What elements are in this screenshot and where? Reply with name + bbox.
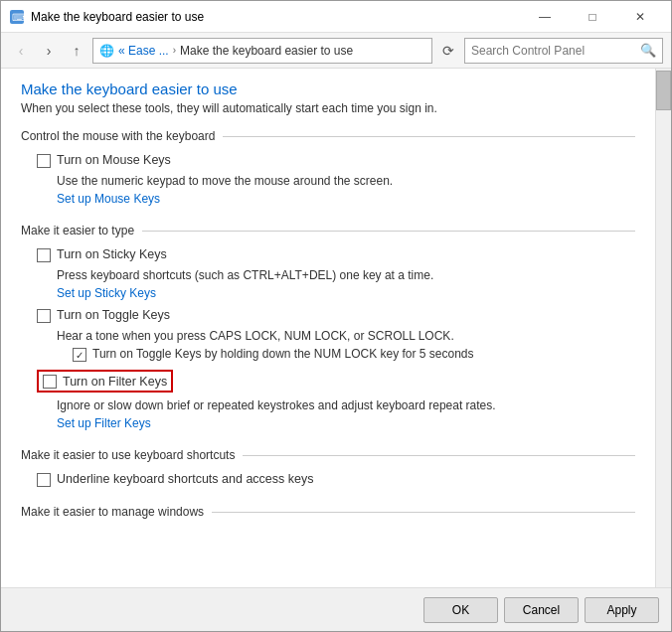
- toggle-keys-option: Turn on Toggle Keys: [21, 308, 635, 323]
- title-bar-buttons: — □ ✕: [522, 4, 663, 30]
- forward-button[interactable]: ›: [37, 39, 61, 63]
- ok-button[interactable]: OK: [423, 597, 498, 623]
- svg-text:⌨: ⌨: [12, 12, 25, 23]
- title-bar-left: ⌨ Make the keyboard easier to use: [9, 9, 204, 25]
- underline-checkbox[interactable]: [37, 473, 51, 487]
- toggle-sub-option: Turn on Toggle Keys by holding down the …: [21, 347, 635, 362]
- filter-keys-highlight: Turn on Filter Keys: [37, 370, 173, 393]
- mouse-section: Control the mouse with the keyboard Turn…: [21, 129, 635, 206]
- nav-bar: ‹ › ↑ 🌐 « Ease ... › Make the keyboard e…: [1, 33, 671, 69]
- mouse-keys-checkbox[interactable]: [37, 154, 51, 168]
- filter-keys-checkbox[interactable]: [43, 375, 57, 389]
- apply-button[interactable]: Apply: [585, 597, 659, 623]
- mouse-section-header: Control the mouse with the keyboard: [21, 129, 635, 143]
- mouse-keys-option: Turn on Mouse Keys: [21, 153, 635, 168]
- bottom-bar: OK Cancel Apply: [1, 587, 671, 631]
- shortcuts-section: Make it easier to use keyboard shortcuts…: [21, 448, 635, 487]
- shortcuts-section-header: Make it easier to use keyboard shortcuts: [21, 448, 635, 462]
- filter-keys-desc: Ignore or slow down brief or repeated ke…: [21, 398, 635, 412]
- toggle-numlock-label: Turn on Toggle Keys by holding down the …: [92, 347, 474, 361]
- refresh-button[interactable]: ⟳: [436, 39, 460, 63]
- underline-label: Underline keyboard shortcuts and access …: [57, 472, 313, 486]
- window-icon: ⌨: [9, 9, 25, 25]
- title-bar: ⌨ Make the keyboard easier to use — □ ✕: [1, 1, 671, 33]
- close-button[interactable]: ✕: [617, 4, 663, 30]
- breadcrumb-separator: ›: [173, 45, 176, 56]
- search-icon[interactable]: 🔍: [640, 43, 656, 58]
- search-bar: 🔍: [464, 38, 663, 64]
- setup-sticky-keys-link[interactable]: Set up Sticky Keys: [21, 286, 635, 300]
- breadcrumb-icon: 🌐: [99, 44, 114, 58]
- back-button[interactable]: ‹: [9, 39, 33, 63]
- content-area: Make the keyboard easier to use When you…: [1, 69, 671, 587]
- breadcrumb-current: Make the keyboard easier to use: [180, 44, 353, 58]
- setup-filter-keys-link[interactable]: Set up Filter Keys: [21, 416, 635, 430]
- breadcrumb-ease[interactable]: « Ease ...: [118, 44, 169, 58]
- type-section: Make it easier to type Turn on Sticky Ke…: [21, 224, 635, 430]
- sticky-keys-label: Turn on Sticky Keys: [57, 247, 167, 261]
- scrollbar[interactable]: [655, 69, 671, 587]
- main-content: Make the keyboard easier to use When you…: [1, 69, 655, 587]
- search-input[interactable]: [471, 44, 640, 58]
- windows-section-header: Make it easier to manage windows: [21, 505, 635, 519]
- sticky-keys-checkbox[interactable]: [37, 248, 51, 262]
- toggle-keys-desc: Hear a tone when you press CAPS LOCK, NU…: [21, 329, 635, 343]
- filter-keys-label: Turn on Filter Keys: [63, 375, 167, 389]
- toggle-keys-label: Turn on Toggle Keys: [57, 308, 170, 322]
- cancel-button[interactable]: Cancel: [504, 597, 579, 623]
- underline-option: Underline keyboard shortcuts and access …: [21, 472, 635, 487]
- mouse-keys-desc: Use the numeric keypad to move the mouse…: [21, 174, 635, 188]
- type-section-header: Make it easier to type: [21, 224, 635, 237]
- windows-section: Make it easier to manage windows: [21, 505, 635, 519]
- sticky-keys-desc: Press keyboard shortcuts (such as CTRL+A…: [21, 268, 635, 282]
- setup-mouse-keys-link[interactable]: Set up Mouse Keys: [21, 192, 635, 206]
- up-button[interactable]: ↑: [65, 39, 88, 63]
- page-subtitle: When you select these tools, they will a…: [21, 101, 635, 115]
- sticky-keys-option: Turn on Sticky Keys: [21, 247, 635, 262]
- main-window: ⌨ Make the keyboard easier to use — □ ✕ …: [0, 0, 672, 632]
- toggle-keys-checkbox[interactable]: [37, 309, 51, 323]
- page-title: Make the keyboard easier to use: [21, 80, 635, 97]
- breadcrumb-bar: 🌐 « Ease ... › Make the keyboard easier …: [92, 38, 432, 64]
- window-title: Make the keyboard easier to use: [31, 10, 204, 24]
- scrollbar-thumb[interactable]: [656, 71, 671, 110]
- minimize-button[interactable]: —: [522, 4, 568, 30]
- mouse-keys-label: Turn on Mouse Keys: [57, 153, 171, 167]
- filter-keys-row: Turn on Filter Keys: [21, 370, 635, 393]
- maximize-button[interactable]: □: [570, 4, 615, 30]
- toggle-numlock-checkbox[interactable]: [73, 348, 86, 362]
